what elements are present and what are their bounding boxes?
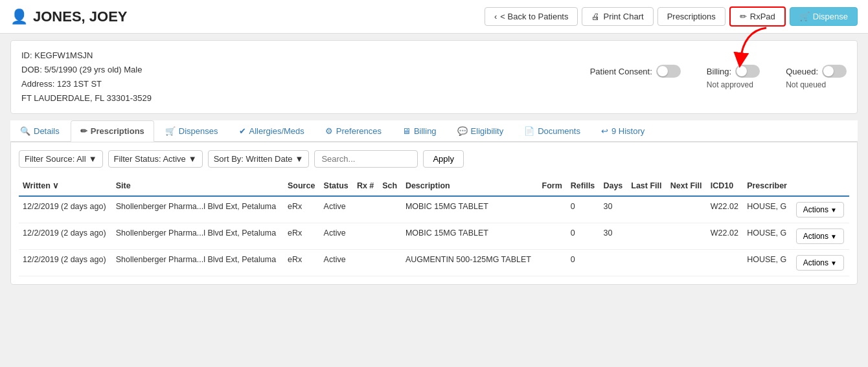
back-to-patients-button[interactable]: ‹ < Back to Patients bbox=[485, 7, 578, 26]
cell-next-fill bbox=[667, 196, 707, 223]
print-chart-button[interactable]: 🖨 Print Chart bbox=[582, 7, 653, 26]
header-bar: 👤 JONES, JOEY ‹ < Back to Patients 🖨 Pri… bbox=[0, 0, 868, 34]
cell-action-btn: Actions ▼ bbox=[792, 250, 849, 276]
col-sch: Sch bbox=[378, 175, 402, 196]
cell-prescriber: HOUSE, G bbox=[743, 196, 792, 223]
cell-rx bbox=[353, 250, 378, 276]
col-days: Days bbox=[599, 175, 627, 196]
consent-toggle-row: Patient Consent: bbox=[590, 65, 681, 78]
cell-status: Active bbox=[320, 223, 353, 250]
gear-icon: ⚙ bbox=[325, 126, 333, 136]
cell-sch bbox=[378, 223, 402, 250]
cell-days: 30 bbox=[599, 196, 627, 223]
col-status: Status bbox=[320, 175, 353, 196]
filter-source-select[interactable]: Filter Source: All ▼ bbox=[19, 150, 103, 168]
cell-description: MOBIC 15MG TABLET bbox=[402, 196, 538, 223]
cell-description: AUGMENTIN 500-125MG TABLET bbox=[402, 250, 538, 276]
cell-written: 12/2/2019 (2 days ago) bbox=[19, 196, 112, 223]
chevron-down-icon: ▼ bbox=[89, 154, 97, 164]
history-icon: ↩ bbox=[601, 126, 608, 136]
billing-status: Not approved bbox=[707, 80, 753, 89]
sort-by-select[interactable]: Sort By: Written Date ▼ bbox=[208, 150, 310, 168]
cell-rx bbox=[353, 223, 378, 250]
tab-eligibility[interactable]: 💬 Eligibility bbox=[448, 120, 514, 141]
tab-billing[interactable]: 🖥 Billing bbox=[393, 120, 446, 141]
cell-site: Shollenberger Pharma...l Blvd Ext, Petal… bbox=[112, 196, 284, 223]
cell-action-btn: Actions ▼ bbox=[792, 196, 849, 223]
cell-last-fill bbox=[627, 196, 667, 223]
cell-source: eRx bbox=[284, 196, 320, 223]
billing-label: Billing: bbox=[707, 67, 731, 76]
prescriptions-button[interactable]: Prescriptions bbox=[657, 7, 725, 26]
table-header-row: Written ∨ Site Source Status Rx # Sch De… bbox=[19, 175, 849, 196]
billing-toggle-group: Billing: Not approved bbox=[707, 65, 760, 89]
cell-written: 12/2/2019 (2 days ago) bbox=[19, 250, 112, 276]
dispense-button[interactable]: 🛒 Dispense bbox=[790, 7, 858, 26]
check-icon: ✔ bbox=[239, 126, 246, 136]
patient-details: ID: KEGFW1MSJN DOB: 5/5/1990 (29 yrs old… bbox=[21, 49, 152, 106]
cell-prescriber: HOUSE, G bbox=[743, 250, 792, 276]
cell-action-btn: Actions ▼ bbox=[792, 223, 849, 250]
cell-written: 12/2/2019 (2 days ago) bbox=[19, 223, 112, 250]
queued-toggle-group: Queued: Not queued bbox=[786, 65, 847, 89]
search-input[interactable] bbox=[314, 150, 418, 168]
col-description: Description bbox=[402, 175, 538, 196]
billing-icon: 🖥 bbox=[402, 126, 411, 136]
tab-details[interactable]: 🔍 Details bbox=[10, 120, 69, 141]
tab-preferences[interactable]: ⚙ Preferences bbox=[315, 120, 391, 141]
cell-prescriber: HOUSE, G bbox=[743, 223, 792, 250]
cell-form bbox=[538, 250, 567, 276]
tabs-bar: 🔍 Details ✏ Prescriptions 🛒 Dispenses ✔ … bbox=[10, 120, 858, 142]
back-icon: ‹ bbox=[494, 12, 497, 21]
queued-toggle[interactable] bbox=[822, 65, 847, 78]
cell-icd10: W22.02 bbox=[707, 196, 743, 223]
patient-icon: 👤 bbox=[10, 8, 28, 25]
apply-button[interactable]: Apply bbox=[423, 150, 464, 168]
col-rx: Rx # bbox=[353, 175, 378, 196]
billing-toggle[interactable] bbox=[735, 65, 760, 78]
col-site: Site bbox=[112, 175, 284, 196]
chevron-down-icon: ▼ bbox=[188, 154, 197, 164]
cell-description: MOBIC 15MG TABLET bbox=[402, 223, 538, 250]
queued-toggle-row: Queued: bbox=[786, 65, 847, 78]
tab-allergies[interactable]: ✔ Allergies/Meds bbox=[229, 120, 314, 141]
rxpad-button[interactable]: ✏ RxPad bbox=[729, 6, 786, 27]
col-last-fill: Last Fill bbox=[627, 175, 667, 196]
tab-documents[interactable]: 📄 Documents bbox=[514, 120, 590, 141]
caret-icon: ▼ bbox=[830, 233, 837, 240]
tab-history[interactable]: ↩ 9 History bbox=[591, 120, 654, 141]
cell-site: Shollenberger Pharma...l Blvd Ext, Petal… bbox=[112, 250, 284, 276]
actions-button[interactable]: Actions ▼ bbox=[796, 202, 844, 217]
cell-source: eRx bbox=[284, 223, 320, 250]
cell-sch bbox=[378, 250, 402, 276]
patient-id: ID: KEGFW1MSJN bbox=[21, 49, 152, 63]
edit-icon: ✏ bbox=[740, 12, 747, 21]
cell-days: 30 bbox=[599, 223, 627, 250]
tab-prescriptions[interactable]: ✏ Prescriptions bbox=[71, 120, 154, 142]
tab-dispenses[interactable]: 🛒 Dispenses bbox=[155, 120, 228, 141]
chat-icon: 💬 bbox=[457, 126, 468, 136]
table-row: 12/2/2019 (2 days ago) Shollenberger Pha… bbox=[19, 250, 849, 276]
cell-site: Shollenberger Pharma...l Blvd Ext, Petal… bbox=[112, 223, 284, 250]
chevron-down-icon: ▼ bbox=[295, 154, 304, 164]
actions-button[interactable]: Actions ▼ bbox=[796, 228, 844, 244]
cell-last-fill bbox=[627, 223, 667, 250]
cell-icd10: W22.02 bbox=[707, 223, 743, 250]
col-form: Form bbox=[538, 175, 567, 196]
billing-toggle-row: Billing: bbox=[707, 65, 760, 78]
filter-status-select[interactable]: Filter Status: Active ▼ bbox=[108, 150, 203, 168]
caret-icon: ▼ bbox=[830, 260, 837, 267]
cart-icon: 🛒 bbox=[165, 126, 176, 136]
filter-row: Filter Source: All ▼ Filter Status: Acti… bbox=[19, 150, 849, 168]
patient-address1: Address: 123 1ST ST bbox=[21, 77, 152, 91]
actions-button[interactable]: Actions ▼ bbox=[796, 255, 844, 271]
col-written: Written ∨ bbox=[19, 175, 112, 196]
patient-dob: DOB: 5/5/1990 (29 yrs old) Male bbox=[21, 63, 152, 77]
cell-next-fill bbox=[667, 250, 707, 276]
consent-toggle[interactable] bbox=[656, 65, 681, 78]
col-source: Source bbox=[284, 175, 320, 196]
cell-rx bbox=[353, 196, 378, 223]
caret-icon: ▼ bbox=[830, 206, 837, 214]
cell-source: eRx bbox=[284, 250, 320, 276]
main-content: Filter Source: All ▼ Filter Status: Acti… bbox=[10, 142, 858, 285]
